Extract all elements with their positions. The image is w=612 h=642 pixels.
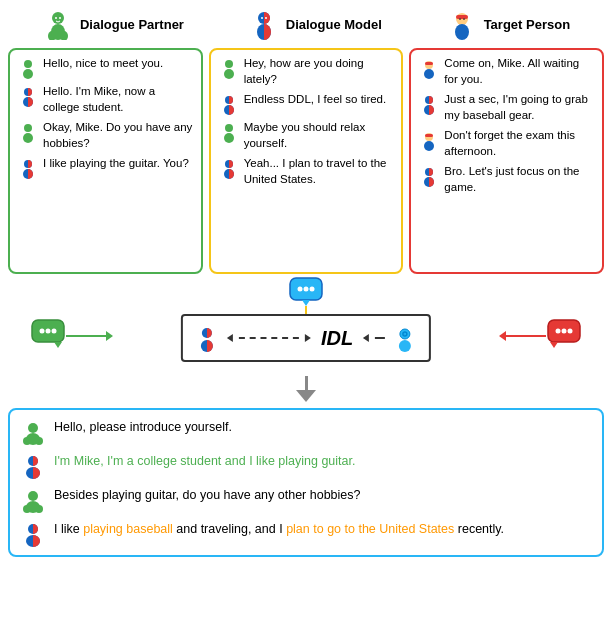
yellow-dialogue-box: Hey, how are you doing lately? Endless D… [209, 48, 404, 274]
svg-rect-47 [425, 62, 433, 65]
middle-section: IDL [8, 274, 604, 404]
svg-point-25 [24, 124, 32, 132]
msg-row: Just a sec, I'm going to grab my basebal… [418, 92, 595, 123]
svg-point-19 [23, 69, 33, 79]
svg-point-69 [46, 329, 51, 334]
target-avatar-icon [446, 8, 478, 40]
msg-row: I like playing the guitar. You? [17, 156, 194, 179]
msg-text: Yeah... I plan to travel to the United S… [244, 156, 395, 187]
msg-row: Maybe you should relax yourself. [218, 120, 395, 151]
svg-point-95 [28, 491, 38, 501]
svg-marker-71 [54, 342, 62, 348]
model-avatar-icon [248, 8, 280, 40]
model-avatar-bottom [20, 521, 46, 547]
top-dialogue-section: Hello, nice to meet you. Hello. I'm Mike… [0, 44, 612, 274]
red-dialogue-box: Come on, Mike. All waiting for you. Just… [409, 48, 604, 274]
svg-point-75 [568, 329, 573, 334]
msg-row: Hello, nice to meet you. [17, 56, 194, 79]
msg-row: Hello. I'm Mike, now a college student. [17, 84, 194, 115]
idl-target-icon [391, 324, 419, 352]
svg-point-33 [224, 69, 234, 79]
bottom-msg-text: Besides playing guitar, do you have any … [54, 486, 360, 504]
msg-text: Hello, nice to meet you. [43, 56, 163, 72]
partner-header-text: Dialogue Partner [80, 17, 184, 32]
idl-label: IDL [321, 327, 353, 350]
svg-point-32 [225, 60, 233, 68]
gray-arrow-down [296, 376, 316, 402]
target-header-text: Target Person [484, 17, 570, 32]
blue-model-icon [17, 157, 39, 179]
highlight-plan: plan to go to the United States [286, 522, 454, 536]
svg-point-48 [424, 69, 434, 79]
target-person-label: Target Person [446, 8, 570, 40]
green-partner-icon [218, 121, 240, 143]
svg-point-74 [562, 329, 567, 334]
msg-text: I like playing the guitar. You? [43, 156, 189, 172]
msg-text: Hello. I'm Mike, now a college student. [43, 84, 194, 115]
blue-model-icon [17, 85, 39, 107]
bottom-dialogue-box: Hello, please introduce yourself. I'm Mi… [8, 408, 604, 557]
partner-avatar-icon [42, 8, 74, 40]
svg-point-15 [455, 24, 469, 40]
blue-model-icon [218, 93, 240, 115]
model-avatar-bottom [20, 453, 46, 479]
svg-point-26 [23, 133, 33, 143]
svg-point-89 [26, 433, 40, 445]
svg-point-65 [310, 287, 315, 292]
msg-text: Come on, Mike. All waiting for you. [444, 56, 595, 87]
svg-rect-14 [456, 15, 468, 19]
bottom-msg-row: Besides playing guitar, do you have any … [20, 486, 592, 513]
msg-row: Bro. Let's just focus on the game. [418, 164, 595, 195]
svg-point-16 [459, 18, 461, 20]
bottom-msg-row: I like playing baseball and traveling, a… [20, 520, 592, 547]
msg-text: Just a sec, I'm going to grab my basebal… [444, 92, 595, 123]
bottom-msg-row: Hello, please introduce yourself. [20, 418, 592, 445]
svg-point-12 [265, 17, 267, 19]
bottom-msg-row: I'm Mike, I'm a college student and I li… [20, 452, 592, 479]
svg-point-84 [405, 334, 406, 335]
msg-row: Endless DDL, I feel so tired. [218, 92, 395, 115]
idl-box: IDL [181, 314, 431, 362]
msg-text: Hey, how are you doing lately? [244, 56, 395, 87]
svg-point-17 [463, 18, 465, 20]
bottom-msg-text-green: I'm Mike, I'm a college student and I li… [54, 452, 355, 470]
bottom-msg-text-mixed: I like playing baseball and traveling, a… [54, 520, 504, 538]
svg-point-63 [298, 287, 303, 292]
svg-point-40 [224, 133, 234, 143]
red-arrow-left [499, 331, 546, 341]
msg-text: Bro. Let's just focus on the game. [444, 164, 595, 195]
msg-text: Okay, Mike. Do you have any hobbies? [43, 120, 194, 151]
svg-point-86 [28, 423, 38, 433]
svg-point-3 [51, 24, 65, 40]
msg-text: Maybe you should relax yourself. [244, 120, 395, 151]
svg-point-56 [424, 141, 434, 151]
svg-point-4 [55, 17, 57, 19]
blue-model-icon [218, 157, 240, 179]
msg-row: Come on, Mike. All waiting for you. [418, 56, 595, 87]
chat-bubble-right [546, 318, 582, 351]
idl-model-icon [193, 324, 221, 352]
msg-text: Don't forget the exam this afternoon. [444, 128, 595, 159]
green-partner-icon [17, 121, 39, 143]
svg-point-68 [40, 329, 45, 334]
msg-row: Okay, Mike. Do you have any hobbies? [17, 120, 194, 151]
model-header-text: Dialogue Model [286, 17, 382, 32]
msg-row: Yeah... I plan to travel to the United S… [218, 156, 395, 187]
green-partner-icon [17, 57, 39, 79]
blue-model-icon [418, 165, 440, 187]
svg-marker-76 [550, 342, 558, 348]
svg-point-64 [304, 287, 309, 292]
blue-model-icon [418, 93, 440, 115]
partner-avatar-bottom [20, 419, 46, 445]
green-dialogue-box: Hello, nice to meet you. Hello. I'm Mike… [8, 48, 203, 274]
svg-rect-55 [425, 134, 433, 137]
svg-point-39 [225, 124, 233, 132]
msg-row: Don't forget the exam this afternoon. [418, 128, 595, 159]
svg-point-85 [399, 340, 411, 352]
target-icon [418, 129, 440, 151]
green-partner-icon [218, 57, 240, 79]
svg-point-73 [556, 329, 561, 334]
target-icon [418, 57, 440, 79]
partner-avatar-bottom [20, 487, 46, 513]
svg-point-5 [59, 17, 61, 19]
